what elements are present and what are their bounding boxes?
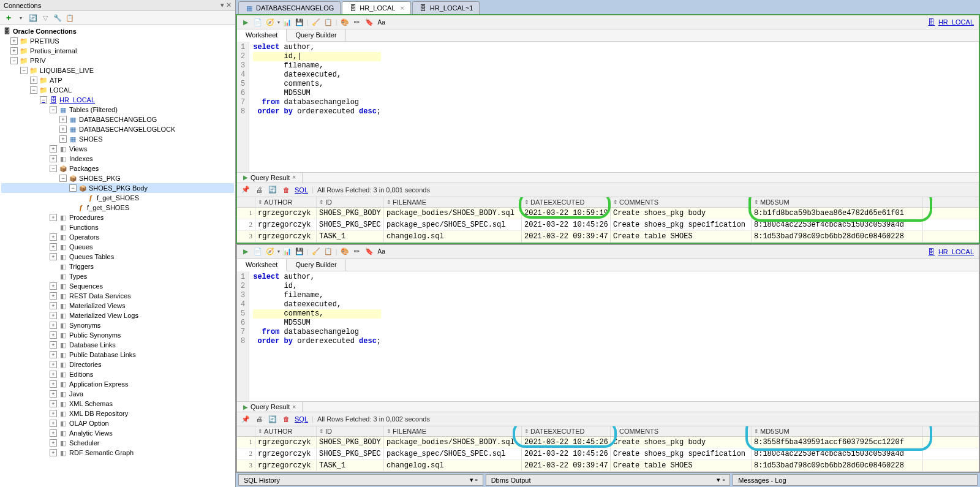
panel-close-icon[interactable]: ▾ ✕ bbox=[221, 1, 232, 9]
conn-liquibase-live[interactable]: −LIQUIBASE_LIVE bbox=[1, 66, 234, 75]
collapse-icon[interactable]: − bbox=[50, 106, 57, 113]
expand-icon[interactable]: + bbox=[50, 292, 57, 300]
expand-icon[interactable]: + bbox=[50, 282, 57, 290]
expand-icon[interactable]: + bbox=[10, 47, 18, 55]
format-icon[interactable]: 🎨 bbox=[340, 247, 350, 257]
table-databasechangelog[interactable]: +DATABASECHANGELOG bbox=[1, 115, 234, 124]
node-functions[interactable]: Functions bbox=[1, 222, 234, 232]
autotrace-icon[interactable]: 📊 bbox=[282, 17, 292, 27]
tab-query-builder[interactable]: Query Builder bbox=[287, 259, 345, 271]
conn-atp[interactable]: +ATP bbox=[1, 75, 234, 85]
conn-pretius-internal[interactable]: +Pretius_internal bbox=[1, 46, 234, 56]
case-icon[interactable]: Aa bbox=[377, 247, 386, 257]
clear-icon[interactable]: 🧹 bbox=[311, 17, 321, 27]
expand-icon[interactable]: + bbox=[50, 371, 57, 378]
expand-icon[interactable]: + bbox=[50, 400, 57, 407]
pkg-shoes-body[interactable]: −SHOES_PKG Body bbox=[1, 183, 234, 193]
sql-editor[interactable]: 12345678 select author, id,| filename, d… bbox=[237, 42, 979, 172]
close-icon[interactable]: × bbox=[400, 4, 404, 12]
col-author[interactable]: ⇕AUTHOR bbox=[255, 426, 317, 436]
run-script-icon[interactable]: 📄 bbox=[253, 17, 263, 27]
pkg-shoes[interactable]: −SHOES_PKG bbox=[1, 173, 234, 183]
expand-icon[interactable]: + bbox=[50, 429, 57, 437]
conn-pretius[interactable]: +PRETIUS bbox=[1, 36, 234, 46]
new-dropdown-icon[interactable]: ▾ bbox=[16, 13, 26, 23]
tab-hr-local[interactable]: HR_LOCAL× bbox=[342, 1, 411, 14]
node-indexes[interactable]: +Indexes bbox=[1, 154, 234, 164]
history-icon[interactable]: 📋 bbox=[323, 247, 333, 257]
tab-query-result[interactable]: ▶Query Result× bbox=[237, 173, 303, 183]
oracle-connections-root[interactable]: Oracle Connections bbox=[1, 26, 234, 36]
col-md5sum[interactable]: ⇕MD5SUM bbox=[752, 426, 923, 436]
refresh-icon[interactable]: 🔄 bbox=[268, 414, 277, 424]
col-comments[interactable]: ⇕COMMENTS bbox=[611, 426, 752, 436]
expand-icon[interactable]: + bbox=[50, 253, 57, 260]
delete-icon[interactable]: 🗑 bbox=[281, 185, 291, 195]
tab-sql-history[interactable]: SQL History▾ ▫ bbox=[238, 474, 483, 486]
minimize-icon[interactable]: ▾ ▫ bbox=[470, 476, 478, 484]
expand-icon[interactable]: + bbox=[50, 312, 57, 319]
sql-link[interactable]: SQL bbox=[295, 186, 308, 194]
collapse-icon[interactable]: − bbox=[30, 86, 37, 94]
expand-icon[interactable]: + bbox=[50, 351, 57, 358]
collapse-icon[interactable]: − bbox=[50, 165, 57, 172]
format-icon[interactable]: 🎨 bbox=[340, 17, 350, 27]
func-f-get-shoes-2[interactable]: f_get_SHOES bbox=[1, 203, 234, 213]
node-mat-view-logs[interactable]: +Materialized View Logs bbox=[1, 311, 234, 320]
table-row[interactable]: 1 rgrzegorczyk SHOES_PKG_BODY package_bo… bbox=[237, 208, 979, 219]
dropdown-icon[interactable]: ▾ bbox=[277, 249, 280, 254]
node-rest[interactable]: +REST Data Services bbox=[1, 291, 234, 301]
tab-dbms-output[interactable]: Dbms Output▾ ▫ bbox=[486, 474, 731, 486]
commit-icon[interactable]: 💾 bbox=[295, 17, 304, 27]
col-id[interactable]: ⇕ID bbox=[317, 197, 384, 207]
expand-icon[interactable]: + bbox=[50, 390, 57, 398]
close-icon[interactable]: × bbox=[292, 404, 296, 410]
col-rownum[interactable] bbox=[237, 197, 255, 207]
tab-messages-log[interactable]: Messages - Log bbox=[733, 474, 978, 486]
commit-icon[interactable]: 💾 bbox=[295, 247, 304, 257]
node-queues[interactable]: +Queues bbox=[1, 242, 234, 252]
print-icon[interactable]: 🖨 bbox=[254, 185, 264, 195]
new-connection-icon[interactable]: + bbox=[4, 13, 13, 23]
tab-query-builder[interactable]: Query Builder bbox=[287, 29, 345, 41]
connection-label[interactable]: HR_LOCAL bbox=[927, 18, 974, 26]
table-shoes[interactable]: +SHOES bbox=[1, 134, 234, 144]
expand-icon[interactable]: + bbox=[59, 135, 67, 143]
refresh-icon[interactable]: 🔄 bbox=[268, 185, 277, 195]
expand-icon[interactable]: + bbox=[50, 214, 57, 221]
expand-icon[interactable]: + bbox=[50, 322, 57, 329]
node-tables[interactable]: −Tables (Filtered) bbox=[1, 105, 234, 115]
expand-icon[interactable]: + bbox=[50, 302, 57, 309]
node-olap[interactable]: +OLAP Option bbox=[1, 418, 234, 428]
node-views[interactable]: +Views bbox=[1, 144, 234, 154]
table-row[interactable]: 3 rgrzegorczyk TASK_1 changelog.sql 2021… bbox=[237, 231, 979, 243]
explain-icon[interactable]: 🧭 bbox=[265, 17, 275, 27]
expand-icon[interactable]: + bbox=[50, 439, 57, 447]
node-queues-tables[interactable]: +Queues Tables bbox=[1, 252, 234, 262]
node-procedures[interactable]: +Procedures bbox=[1, 213, 234, 222]
tab-hr-local-1[interactable]: HR_LOCAL~1 bbox=[412, 1, 480, 14]
node-pub-synonyms[interactable]: +Public Synonyms bbox=[1, 330, 234, 340]
expand-icon[interactable]: + bbox=[50, 341, 57, 349]
node-packages[interactable]: −Packages bbox=[1, 164, 234, 173]
table-databasechangeloglock[interactable]: +DATABASECHANGELOGLOCK bbox=[1, 124, 234, 134]
expand-icon[interactable]: + bbox=[50, 449, 57, 456]
dropdown-icon[interactable]: ▾ bbox=[277, 20, 280, 25]
collapse-icon[interactable]: − bbox=[59, 175, 67, 182]
bookmark-icon[interactable]: 🔖 bbox=[364, 247, 374, 257]
col-comments[interactable]: ⇕COMMENTS bbox=[611, 197, 752, 207]
edit-icon[interactable]: ✏ bbox=[352, 17, 362, 27]
run-icon[interactable]: ▶ bbox=[241, 17, 251, 27]
sql-link[interactable]: SQL bbox=[295, 415, 308, 423]
bookmark-icon[interactable]: 🔖 bbox=[364, 17, 374, 27]
print-icon[interactable]: 🖨 bbox=[254, 414, 264, 424]
conn-hr-local[interactable]: −HR_LOCAL bbox=[1, 95, 234, 105]
tab-worksheet[interactable]: Worksheet bbox=[237, 259, 287, 271]
result-grid-2[interactable]: ⇕AUTHOR ⇕ID ⇕FILENAME ⇕DATEEXECUTED ⇕COM… bbox=[237, 426, 979, 472]
col-author[interactable]: ⇕AUTHOR bbox=[255, 197, 317, 207]
node-scheduler[interactable]: +Scheduler bbox=[1, 438, 234, 448]
collapse-icon[interactable]: − bbox=[40, 96, 47, 104]
clear-icon[interactable]: 🧹 bbox=[311, 247, 321, 257]
node-java[interactable]: +Java bbox=[1, 389, 234, 399]
expand-icon[interactable]: + bbox=[50, 331, 57, 339]
